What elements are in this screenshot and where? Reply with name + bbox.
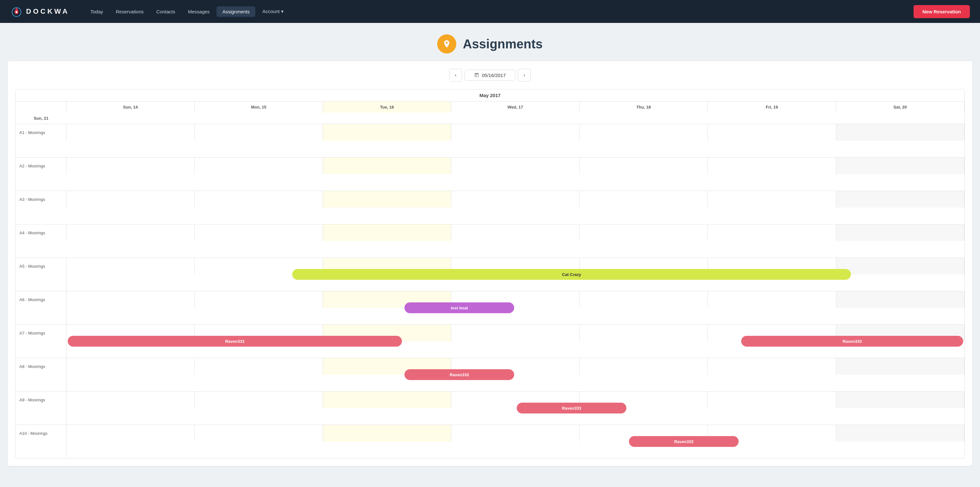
cell-a10-sat20[interactable]: [836, 425, 964, 441]
table-row: A6 - Moorings test boat: [16, 291, 964, 325]
cell-a2-sun21[interactable]: [16, 174, 67, 191]
cell-a9-sat20[interactable]: [836, 391, 964, 408]
nav-contacts[interactable]: Contacts: [151, 6, 181, 17]
reservation-raven333-a10[interactable]: Raven333: [629, 436, 739, 447]
cell-a4-wed17[interactable]: [451, 224, 579, 241]
cell-a8-thu18[interactable]: [580, 358, 708, 375]
cell-a10-mon15[interactable]: [195, 425, 323, 441]
page-title: Assignments: [463, 37, 542, 51]
cell-a10-sun21[interactable]: [16, 441, 67, 458]
table-row: A7 - Moorings Raven333 Raven333: [16, 325, 964, 358]
reservation-raven333-a9[interactable]: Raven333: [517, 402, 627, 414]
cell-a8-fri19[interactable]: [708, 358, 836, 375]
cell-a2-mon15[interactable]: [195, 158, 323, 174]
logo-icon: [10, 5, 23, 18]
cell-a8-mon15[interactable]: [195, 358, 323, 375]
table-row: A10 - Moorings Raven333: [16, 425, 964, 458]
cell-a1-wed17[interactable]: [451, 124, 579, 141]
next-date-button[interactable]: ›: [518, 69, 531, 81]
header-fri19: Fri, 19: [708, 102, 836, 113]
cell-a6-mon15[interactable]: [195, 291, 323, 308]
cell-a6-sun21[interactable]: [16, 308, 67, 324]
cell-a1-thu18[interactable]: [580, 124, 708, 141]
cell-a6-fri19[interactable]: [708, 291, 836, 308]
cell-a3-wed17[interactable]: [451, 191, 579, 208]
cell-a3-mon15[interactable]: [195, 191, 323, 208]
cell-a8-sun14[interactable]: [67, 358, 195, 375]
nav-messages[interactable]: Messages: [182, 6, 215, 17]
cell-a4-sun14[interactable]: [67, 224, 195, 241]
cell-a2-sun14[interactable]: [67, 158, 195, 174]
cell-a7-wed17[interactable]: [451, 325, 579, 341]
header-wed17: Wed, 17: [451, 102, 579, 113]
cell-a4-thu18[interactable]: [580, 224, 708, 241]
new-reservation-button[interactable]: New Reservation: [913, 5, 970, 18]
date-display[interactable]: 05/16/2017: [465, 70, 515, 81]
cell-a3-tue16[interactable]: [323, 191, 451, 208]
cell-a1-tue16[interactable]: [323, 124, 451, 141]
cell-a1-sun14[interactable]: [67, 124, 195, 141]
svg-point-1: [16, 11, 18, 13]
date-navigation: ‹ 05/16/2017 ›: [15, 69, 965, 81]
cell-a7-sun21[interactable]: [16, 341, 67, 358]
cell-a2-thu18[interactable]: [580, 158, 708, 174]
calendar-container: ‹ 05/16/2017 › May 2017 Sun, 14 Mon, 15 …: [8, 61, 972, 466]
cell-a4-sun21[interactable]: [16, 241, 67, 257]
cell-a3-fri19[interactable]: [708, 191, 836, 208]
cell-a5-sat20[interactable]: [836, 258, 964, 275]
table-row: A5 - Moorings Cat Crazy: [16, 258, 964, 291]
row-label-a1: A1 - Moorings: [16, 124, 67, 141]
cell-a7-thu18[interactable]: [580, 325, 708, 341]
reservation-raven333-a8[interactable]: Raven333: [404, 369, 514, 380]
cell-a2-tue16[interactable]: [323, 158, 451, 174]
cell-a5-sun14[interactable]: [67, 258, 195, 275]
cell-a8-sat20[interactable]: [836, 358, 964, 375]
reservation-raven333-a7-left[interactable]: Raven333: [68, 336, 402, 346]
cell-a8-sun21[interactable]: [16, 375, 67, 391]
logo[interactable]: DOCKWA: [10, 5, 69, 18]
header-mon15: Mon, 15: [195, 102, 323, 113]
cell-a9-tue16[interactable]: [323, 391, 451, 408]
row-label-a5: A5 - Moorings: [16, 258, 67, 275]
cell-a10-tue16[interactable]: [323, 425, 451, 441]
cell-a4-sat20[interactable]: [836, 224, 964, 241]
cell-a2-sat20[interactable]: [836, 158, 964, 174]
cell-a9-sun21[interactable]: [16, 408, 67, 425]
nav-reservations[interactable]: Reservations: [110, 6, 150, 17]
cell-a4-fri19[interactable]: [708, 224, 836, 241]
cell-a3-sun21[interactable]: [16, 208, 67, 224]
cell-a6-thu18[interactable]: [580, 291, 708, 308]
prev-date-button[interactable]: ‹: [449, 69, 462, 81]
header-tue16: Tue, 16: [323, 102, 451, 113]
cell-a1-mon15[interactable]: [195, 124, 323, 141]
cell-a9-fri19[interactable]: [708, 391, 836, 408]
table-row: A8 - Moorings Raven333: [16, 358, 964, 391]
cell-a10-wed17[interactable]: [451, 425, 579, 441]
cell-a4-mon15[interactable]: [195, 224, 323, 241]
current-date: 05/16/2017: [482, 73, 506, 78]
cell-a5-sun21[interactable]: [16, 275, 67, 291]
cell-a6-sat20[interactable]: [836, 291, 964, 308]
cell-a2-wed17[interactable]: [451, 158, 579, 174]
cell-a1-sun21[interactable]: [16, 141, 67, 157]
cell-a3-thu18[interactable]: [580, 191, 708, 208]
nav-account[interactable]: Account ▾: [257, 6, 289, 17]
calendar-grid: May 2017 Sun, 14 Mon, 15 Tue, 16 Wed, 17…: [15, 89, 965, 458]
cell-a2-fri19[interactable]: [708, 158, 836, 174]
cell-a1-sat20[interactable]: [836, 124, 964, 141]
cell-a9-mon15[interactable]: [195, 391, 323, 408]
cell-a3-sun14[interactable]: [67, 191, 195, 208]
cell-a6-sun14[interactable]: [67, 291, 195, 308]
reservation-test-boat[interactable]: test boat: [404, 302, 514, 313]
nav-today[interactable]: Today: [84, 6, 109, 17]
cell-a10-sun14[interactable]: [67, 425, 195, 441]
reservation-cat-crazy[interactable]: Cat Crazy: [292, 269, 851, 280]
cell-a9-sun14[interactable]: [67, 391, 195, 408]
cell-a1-fri19[interactable]: [708, 124, 836, 141]
nav-assignments[interactable]: Assignments: [216, 6, 255, 17]
row-label-a2: A2 - Moorings: [16, 158, 67, 174]
reservation-raven333-a7-right[interactable]: Raven333: [741, 336, 963, 346]
row-label-a10: A10 - Moorings: [16, 425, 67, 441]
cell-a4-tue16[interactable]: [323, 224, 451, 241]
cell-a3-sat20[interactable]: [836, 191, 964, 208]
